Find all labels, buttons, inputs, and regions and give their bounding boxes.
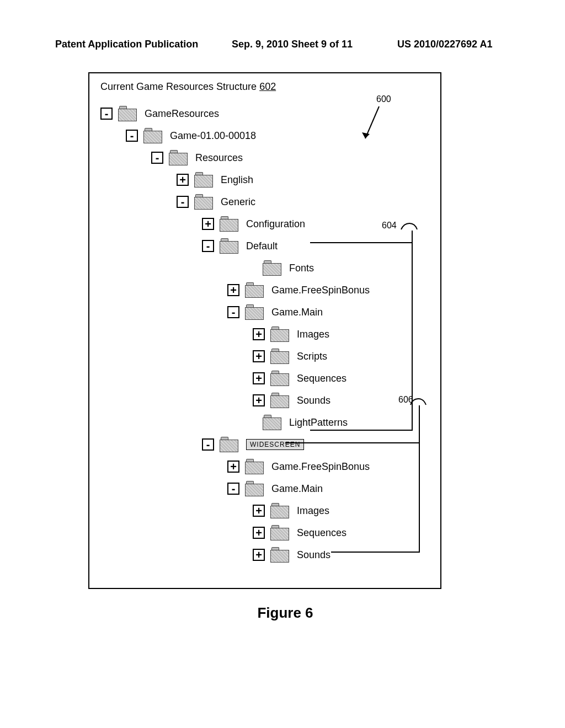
expand-icon[interactable]: +	[253, 372, 265, 384]
tree-item-label: Generic	[221, 196, 255, 208]
expand-icon[interactable]: +	[202, 218, 214, 230]
tree-row: -Game.Main	[100, 301, 429, 323]
tree-row: -Resources	[100, 147, 429, 169]
tree-item-label: Fonts	[289, 263, 314, 274]
folder-icon	[270, 393, 289, 408]
callout-604: 604	[382, 221, 397, 231]
expand-icon[interactable]: +	[253, 527, 265, 539]
figure-caption: Figure 6	[55, 604, 515, 622]
toggle-spacer	[245, 262, 257, 274]
tree-item-label: Sequences	[297, 527, 347, 539]
tree-item-label: Game.FreeSpinBonus	[271, 461, 370, 473]
tree-item-label: Configuration	[246, 218, 305, 230]
tree-row: -Game-01.00-00018	[100, 125, 429, 147]
callout-606: 606	[398, 395, 413, 405]
expand-icon[interactable]: +	[177, 174, 189, 186]
folder-icon	[270, 547, 289, 563]
collapse-icon[interactable]: -	[202, 240, 214, 252]
folder-icon	[143, 128, 162, 143]
tree-row: +Scripts	[100, 345, 429, 367]
header-mid: Sep. 9, 2010 Sheet 9 of 11	[232, 39, 397, 50]
folder-icon	[263, 260, 281, 276]
collapse-icon[interactable]: -	[151, 152, 163, 164]
tree-row: +Images	[100, 323, 429, 345]
box-title: Current Game Resources Structure 602	[100, 81, 429, 93]
tree-item-label: LightPatterns	[289, 417, 348, 429]
tree-item-label: Game-01.00-00018	[170, 130, 256, 142]
folder-icon	[270, 349, 289, 364]
tree-item-label: Game.Main	[271, 307, 323, 318]
tree-row: -Default	[100, 235, 429, 257]
tree-item-label: Sounds	[297, 549, 331, 561]
tree-row: +Game.FreeSpinBonus	[100, 279, 429, 301]
folder-icon	[245, 481, 264, 496]
folder-icon	[220, 437, 238, 452]
folder-icon	[270, 326, 289, 342]
collapse-icon[interactable]: -	[227, 483, 239, 495]
expand-icon[interactable]: +	[227, 461, 239, 473]
tree-item-label: Default	[246, 240, 278, 252]
tree-item-label: English	[221, 174, 253, 186]
tree-row: +English	[100, 169, 429, 191]
folder-icon	[263, 415, 281, 430]
tree-row: -GameResources	[100, 103, 429, 125]
box-title-text: Current Game Resources Structure	[100, 81, 257, 92]
folder-icon	[194, 172, 213, 188]
folder-icon	[270, 525, 289, 540]
figure-box: 600 604 606 Current Game Resources Struc…	[88, 72, 441, 589]
header-right: US 2010/0227692 A1	[397, 39, 515, 50]
tree-row: -Game.Main	[100, 478, 429, 500]
tree-row: LightPatterns	[100, 411, 429, 433]
folder-icon	[245, 459, 264, 474]
collapse-icon[interactable]: -	[202, 438, 214, 451]
tree-item-label: Resources	[195, 152, 243, 164]
folder-icon	[245, 282, 264, 298]
tree-row: +Sounds	[100, 389, 429, 411]
tree-row: +Sounds	[100, 544, 429, 566]
tree-item-label: Images	[297, 329, 329, 340]
tree-item-label: Images	[297, 505, 329, 517]
toggle-spacer	[245, 416, 257, 429]
tree-row: +Game.FreeSpinBonus	[100, 456, 429, 478]
folder-icon	[270, 371, 289, 386]
expand-icon[interactable]: +	[253, 505, 265, 517]
folder-icon	[220, 216, 238, 232]
folder-icon	[194, 194, 213, 210]
expand-icon[interactable]: +	[253, 549, 265, 561]
page-header: Patent Application Publication Sep. 9, 2…	[55, 39, 515, 50]
collapse-icon[interactable]: -	[177, 196, 189, 208]
tree-item-label: Sounds	[297, 395, 331, 406]
folder-icon	[245, 304, 264, 320]
collapse-icon[interactable]: -	[227, 306, 239, 318]
folder-icon	[118, 106, 137, 121]
box-title-number: 602	[259, 81, 276, 92]
tree-item-label: Scripts	[297, 351, 327, 362]
tree-item-label: Game.FreeSpinBonus	[271, 285, 370, 296]
tree-row: +Images	[100, 500, 429, 522]
tree-row: -Generic	[100, 191, 429, 213]
callout-600: 600	[376, 94, 391, 104]
tree-item-label: Game.Main	[271, 483, 323, 495]
tree-row: -WIDESCREEN	[100, 433, 429, 456]
tree-item-label: WIDESCREEN	[246, 439, 304, 450]
expand-icon[interactable]: +	[253, 394, 265, 406]
tree-row: +Sequences	[100, 367, 429, 389]
tree-row: Fonts	[100, 257, 429, 279]
folder-icon	[270, 503, 289, 518]
expand-icon[interactable]: +	[227, 284, 239, 296]
folder-tree: -GameResources-Game-01.00-00018-Resource…	[100, 103, 429, 566]
collapse-icon[interactable]: -	[126, 130, 138, 142]
tree-item-label: Sequences	[297, 373, 347, 384]
expand-icon[interactable]: +	[253, 350, 265, 362]
tree-row: +Sequences	[100, 522, 429, 544]
folder-icon	[220, 238, 238, 254]
collapse-icon[interactable]: -	[100, 108, 113, 120]
expand-icon[interactable]: +	[253, 328, 265, 340]
tree-item-label: GameResources	[145, 108, 219, 120]
tree-row: +Configuration	[100, 213, 429, 235]
header-left: Patent Application Publication	[55, 39, 232, 50]
folder-icon	[169, 150, 188, 165]
